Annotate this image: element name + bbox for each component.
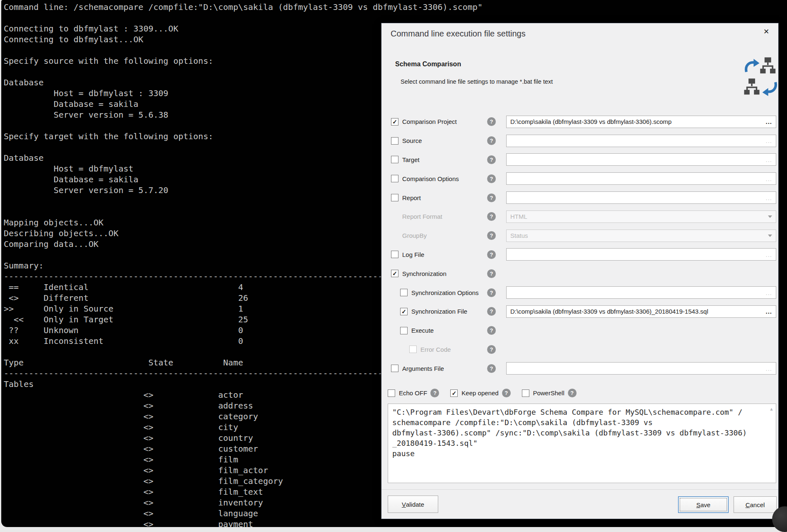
option-checkbox[interactable]	[522, 389, 529, 397]
option-label: Keep opened	[461, 389, 498, 397]
form-row: Comparison Options ? ...	[381, 169, 778, 188]
form-row: ✓ Synchronization ?	[381, 264, 778, 283]
row-field[interactable]: ...	[506, 191, 776, 204]
row-checkbox[interactable]: ✓	[400, 308, 408, 315]
row-field[interactable]: Status	[506, 230, 776, 242]
row-field[interactable]: D:\comp\sakila (dbfmylast-3309 vs dbfmyl…	[506, 116, 776, 128]
close-icon[interactable]: ✕	[761, 27, 772, 37]
row-label: Comparison Options	[402, 175, 459, 182]
form-row: Log File ? ...	[381, 245, 778, 264]
footer-divider	[381, 489, 778, 490]
save-button[interactable]: Save	[678, 496, 729, 513]
help-icon[interactable]: ?	[487, 364, 496, 373]
help-icon[interactable]: ?	[487, 326, 496, 335]
row-checkbox[interactable]	[391, 175, 398, 182]
echo-option: ✓ Keep opened ?	[450, 389, 510, 397]
row-label: Error Code	[420, 346, 451, 353]
row-label: Arguments File	[402, 365, 444, 372]
row-label: Target	[402, 156, 420, 163]
row-label: Report Format	[402, 213, 442, 220]
scroll-up-icon[interactable]: ▲	[769, 406, 774, 411]
echo-option: PowerShell ?	[522, 389, 577, 397]
help-icon[interactable]: ?	[430, 389, 439, 397]
row-checkbox[interactable]	[391, 251, 398, 258]
row-checkbox[interactable]	[391, 365, 398, 372]
form-row: Error Code ?	[381, 340, 778, 359]
settings-form: ✓ Comparison Project ? D:\comp\sakila (d…	[381, 112, 778, 378]
schema-compare-icon	[743, 56, 779, 99]
bat-file-preview[interactable]: "C:\Program Files\Devart\dbForge Schema …	[388, 404, 776, 483]
echo-options-row: Echo OFF ? ✓ Keep opened ? PowerShell ?	[388, 389, 588, 397]
bat-file-text: "C:\Program Files\Devart\dbForge Schema …	[388, 404, 776, 459]
row-label: Source	[402, 137, 422, 144]
help-icon[interactable]: ?	[487, 193, 496, 202]
help-icon[interactable]: ?	[487, 117, 496, 126]
help-icon[interactable]: ?	[487, 250, 496, 259]
row-checkbox[interactable]: ✓	[391, 270, 398, 277]
row-checkbox[interactable]	[409, 346, 417, 353]
browse-button[interactable]: ...	[765, 175, 772, 182]
browse-button[interactable]: ...	[765, 156, 772, 163]
help-icon[interactable]: ?	[487, 231, 496, 240]
browse-button[interactable]: ...	[765, 308, 772, 315]
command-line-settings-dialog: Command line execution file settings ✕ S…	[381, 23, 779, 519]
help-icon[interactable]: ?	[487, 345, 496, 354]
row-label: Execute	[411, 327, 434, 334]
row-field[interactable]: HTML	[506, 210, 776, 223]
row-checkbox[interactable]	[391, 194, 398, 201]
row-field[interactable]: ...	[506, 362, 776, 375]
row-field[interactable]: ...	[506, 286, 776, 299]
cancel-button[interactable]: Cancel	[734, 496, 777, 513]
form-row: Source ? ...	[381, 131, 778, 150]
form-row: Target ? ...	[381, 150, 778, 169]
option-checkbox[interactable]: ✓	[450, 389, 458, 397]
browse-button[interactable]: ...	[765, 118, 772, 125]
help-icon[interactable]: ?	[487, 212, 496, 221]
chevron-down-icon	[768, 235, 772, 237]
browse-button[interactable]: ...	[765, 289, 772, 296]
row-label: Synchronization File	[411, 308, 467, 315]
form-row: ✓ Comparison Project ? D:\comp\sakila (d…	[381, 112, 778, 131]
row-label: GroupBy	[402, 232, 427, 239]
row-checkbox[interactable]: ✓	[391, 118, 398, 126]
row-label: Log File	[402, 251, 424, 258]
browse-button[interactable]: ...	[765, 137, 772, 144]
row-field[interactable]: ...	[506, 172, 776, 185]
row-checkbox[interactable]	[400, 289, 408, 296]
help-icon[interactable]: ?	[487, 269, 496, 278]
help-icon[interactable]: ?	[487, 155, 496, 164]
form-row: ✓ Synchronization File ? D:\comp\sakila …	[381, 302, 778, 321]
field-value: Status	[510, 232, 768, 239]
browse-button[interactable]: ...	[765, 194, 772, 201]
chevron-down-icon	[768, 215, 772, 218]
row-label: Synchronization Options	[411, 289, 479, 296]
help-icon[interactable]: ?	[487, 288, 496, 297]
field-value: HTML	[510, 213, 768, 220]
field-value: D:\comp\sakila (dbfmylast-3309 vs dbfmyl…	[510, 308, 765, 315]
help-icon[interactable]: ?	[487, 307, 496, 316]
help-icon[interactable]: ?	[568, 389, 577, 397]
banner-subtitle: Select command line file settings to man…	[401, 78, 553, 85]
help-icon[interactable]: ?	[487, 174, 496, 183]
option-label: PowerShell	[533, 389, 565, 397]
row-checkbox[interactable]	[391, 156, 398, 163]
row-field[interactable]: ...	[506, 153, 776, 166]
row-checkbox[interactable]	[391, 137, 398, 145]
row-field[interactable]: ...	[506, 248, 776, 261]
validate-button[interactable]: Validate	[388, 496, 438, 513]
banner-heading: Schema Comparison	[395, 60, 461, 68]
row-field[interactable]: ...	[506, 135, 776, 147]
browse-button[interactable]: ...	[765, 251, 772, 258]
dialog-title: Command line execution file settings	[391, 29, 526, 39]
form-row: Arguments File ? ...	[381, 359, 778, 378]
form-row: Report Format ? HTML	[381, 207, 778, 226]
form-row: Report ? ...	[381, 188, 778, 207]
help-icon[interactable]: ?	[487, 136, 496, 145]
help-icon[interactable]: ?	[502, 389, 511, 397]
field-value: D:\comp\sakila (dbfmylast-3309 vs dbfmyl…	[510, 118, 765, 125]
row-label: Report	[402, 194, 421, 201]
row-checkbox[interactable]	[400, 327, 408, 334]
option-checkbox[interactable]	[388, 389, 395, 397]
row-field[interactable]: D:\comp\sakila (dbfmylast-3309 vs dbfmyl…	[506, 305, 776, 318]
browse-button[interactable]: ...	[765, 365, 772, 372]
